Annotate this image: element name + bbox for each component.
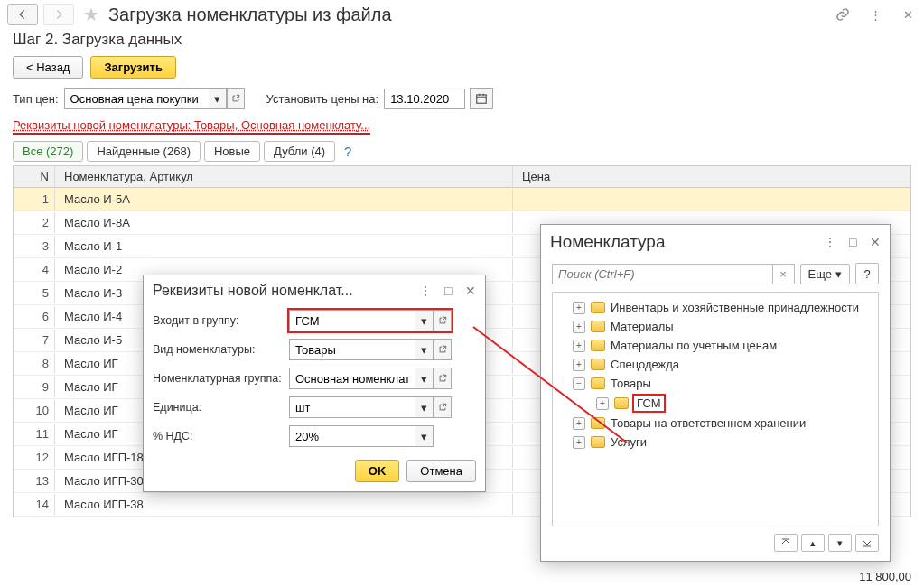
- open-icon[interactable]: [434, 310, 452, 331]
- tree-item-label[interactable]: Инвентарь и хозяйственные принадлежности: [611, 301, 859, 314]
- unit-input[interactable]: [289, 396, 415, 418]
- tree-item[interactable]: −Товары: [556, 374, 874, 393]
- expand-icon[interactable]: +: [573, 321, 585, 333]
- dropdown-icon[interactable]: ▾: [415, 339, 434, 360]
- tree-item[interactable]: +Товары на ответственном хранении: [556, 414, 874, 433]
- folder-icon: [591, 359, 605, 370]
- folder-icon: [591, 436, 605, 448]
- ngroup-input[interactable]: [289, 368, 415, 389]
- close-icon[interactable]: ✕: [899, 5, 917, 23]
- open-icon[interactable]: [434, 339, 452, 360]
- scroll-down-icon[interactable]: ▾: [828, 534, 852, 552]
- tree-item[interactable]: +Услуги: [556, 433, 874, 452]
- tree-item-label[interactable]: Товары на ответственном хранении: [611, 416, 806, 430]
- scroll-up-icon[interactable]: ▴: [801, 534, 825, 552]
- kind-combo[interactable]: ▾: [289, 339, 452, 360]
- search-input[interactable]: [552, 264, 773, 284]
- col-n-header[interactable]: N: [14, 166, 55, 187]
- vat-input[interactable]: [289, 425, 415, 447]
- dlg1-title: Реквизиты новой номенклат...: [153, 283, 353, 299]
- kind-label: Вид номенклатуры:: [153, 343, 284, 356]
- row-number: 8: [14, 353, 55, 374]
- dlg1-close-icon[interactable]: ✕: [465, 284, 476, 298]
- expand-icon[interactable]: −: [573, 377, 585, 390]
- open-icon[interactable]: [227, 88, 245, 109]
- expand-icon[interactable]: +: [573, 340, 585, 352]
- back-button[interactable]: < Назад: [13, 56, 83, 79]
- col-name-header[interactable]: Номенклатура, Артикул: [55, 166, 513, 187]
- dlg2-maximize-icon[interactable]: □: [849, 235, 856, 249]
- dropdown-icon[interactable]: ▾: [415, 396, 434, 418]
- nav-forward-button[interactable]: [43, 4, 74, 25]
- dropdown-icon[interactable]: ▾: [209, 88, 227, 109]
- folder-icon: [591, 340, 605, 351]
- tab[interactable]: Дубли (4): [264, 141, 335, 162]
- nomenclature-tree[interactable]: +Инвентарь и хозяйственные принадлежност…: [552, 292, 879, 526]
- tree-item-label[interactable]: Товары: [611, 377, 651, 390]
- calendar-icon[interactable]: [470, 88, 493, 109]
- step-title: Шаг 2. Загрузка данных: [0, 29, 924, 56]
- expand-icon[interactable]: +: [573, 359, 585, 371]
- tree-item[interactable]: +Материалы: [556, 317, 874, 336]
- group-label: Входит в группу:: [153, 314, 284, 327]
- tree-item-label[interactable]: ГСМ: [634, 396, 664, 411]
- nav-back-button[interactable]: [7, 4, 38, 25]
- group-input[interactable]: [289, 310, 415, 331]
- scroll-bottom-icon[interactable]: [855, 534, 879, 552]
- svg-rect-0: [477, 95, 487, 103]
- link-icon[interactable]: [834, 5, 852, 23]
- footer-price: 11 800,00: [859, 570, 911, 583]
- folder-icon: [591, 321, 605, 332]
- star-icon[interactable]: ★: [83, 4, 99, 25]
- tree-item-label[interactable]: Спецодежда: [611, 358, 679, 371]
- dlg1-kebab-icon[interactable]: ⋮: [419, 284, 432, 298]
- vat-combo[interactable]: ▾: [289, 425, 434, 447]
- dropdown-icon[interactable]: ▾: [415, 368, 434, 389]
- open-icon[interactable]: [434, 396, 452, 418]
- kind-input[interactable]: [289, 339, 415, 360]
- table-row[interactable]: 1Масло И-5А: [14, 188, 910, 211]
- tab[interactable]: Новые: [204, 141, 260, 162]
- tree-item[interactable]: +Инвентарь и хозяйственные принадлежност…: [556, 298, 874, 317]
- tree-item-label[interactable]: Материалы: [611, 320, 674, 333]
- col-price-header[interactable]: Цена: [513, 166, 910, 187]
- tree-item[interactable]: +Материалы по учетным ценам: [556, 336, 874, 355]
- expand-icon[interactable]: +: [573, 417, 585, 430]
- price-type-input[interactable]: [64, 88, 209, 109]
- expand-icon[interactable]: +: [596, 397, 609, 410]
- folder-icon: [591, 377, 605, 389]
- scroll-top-icon[interactable]: [774, 534, 798, 552]
- ngroup-combo[interactable]: ▾: [289, 368, 452, 389]
- dlg2-kebab-icon[interactable]: ⋮: [824, 235, 836, 249]
- price-type-combo[interactable]: ▾: [64, 88, 245, 109]
- load-button[interactable]: Загрузить: [90, 56, 175, 79]
- tree-item-label[interactable]: Услуги: [611, 435, 647, 449]
- ok-button[interactable]: OK: [355, 460, 400, 482]
- dropdown-icon[interactable]: ▾: [415, 425, 434, 447]
- tree-item[interactable]: +Спецодежда: [556, 355, 874, 374]
- tab[interactable]: Все (272): [13, 141, 83, 162]
- expand-icon[interactable]: +: [573, 436, 585, 449]
- dlg2-close-icon[interactable]: ✕: [870, 235, 881, 249]
- nomenclature-dialog: Номенклатура ⋮ □ ✕ × Еще ▾ ? +Инвентарь …: [540, 224, 891, 562]
- kebab-icon[interactable]: ⋮: [866, 5, 884, 23]
- dlg1-maximize-icon[interactable]: □: [444, 284, 452, 298]
- help-icon[interactable]: ?: [344, 144, 351, 159]
- help-button[interactable]: ?: [855, 263, 879, 284]
- chevron-down-icon: ▾: [835, 267, 842, 281]
- cancel-button[interactable]: Отмена: [406, 460, 476, 482]
- expand-icon[interactable]: +: [573, 302, 585, 314]
- clear-search-icon[interactable]: ×: [773, 264, 795, 284]
- tree-item-label[interactable]: Материалы по учетным ценам: [611, 339, 777, 352]
- date-input[interactable]: [384, 89, 465, 109]
- vat-label: % НДС:: [153, 430, 284, 443]
- group-combo[interactable]: ▾: [289, 310, 452, 331]
- tree-item[interactable]: +ГСМ: [556, 393, 874, 414]
- open-icon[interactable]: [434, 368, 452, 389]
- unit-combo[interactable]: ▾: [289, 396, 452, 418]
- row-number: 9: [14, 377, 55, 397]
- more-button[interactable]: Еще ▾: [800, 264, 850, 284]
- tab[interactable]: Найденные (268): [87, 141, 201, 162]
- requisites-link[interactable]: Реквизиты новой номенклатуры: Товары, Ос…: [13, 118, 370, 135]
- dropdown-icon[interactable]: ▾: [415, 310, 434, 331]
